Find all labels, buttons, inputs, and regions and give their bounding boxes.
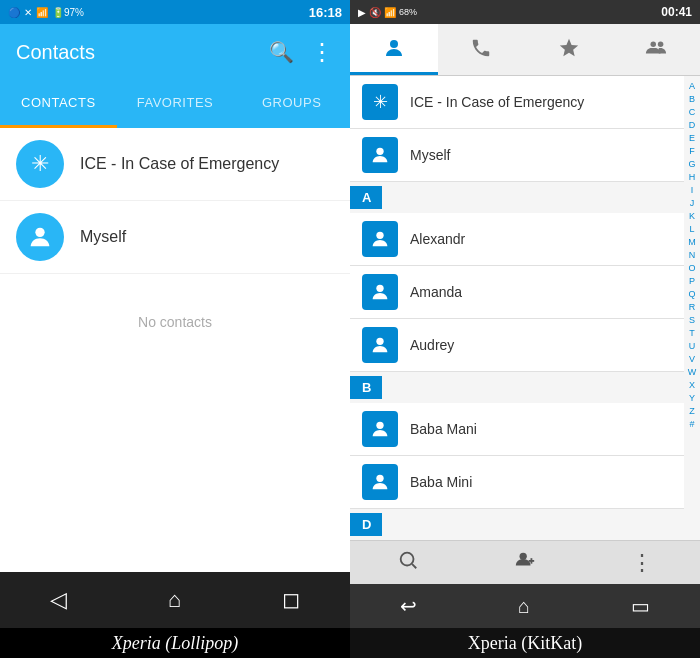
alpha-d[interactable]: D [689, 119, 696, 132]
kitkat-contact-amanda[interactable]: Amanda [350, 266, 684, 319]
alpha-w[interactable]: W [688, 366, 697, 379]
tab-favorites[interactable]: FAVORITES [117, 80, 234, 128]
status-left-right: ▶ 🔇 📶 68% [358, 7, 417, 18]
alpha-f[interactable]: F [689, 145, 695, 158]
status-icons-left: 🔵 ✕ 📶 🔋97% [8, 7, 84, 18]
alpha-g[interactable]: G [688, 158, 695, 171]
alpha-e[interactable]: E [689, 132, 695, 145]
bottom-nav-left: ◁ ⌂ ◻ [0, 572, 350, 628]
recent-icon[interactable]: ◻ [282, 587, 300, 613]
contact-name-ice: ICE - In Case of Emergency [80, 155, 279, 173]
svg-point-7 [376, 338, 383, 345]
more-icon[interactable]: ⋮ [310, 38, 334, 66]
recent-icon-right[interactable]: ▭ [631, 594, 650, 618]
kitkat-name-babamini: Baba Mini [410, 474, 472, 490]
svg-line-11 [412, 564, 416, 568]
back-icon[interactable]: ◁ [50, 587, 67, 613]
kitkat-contact-myself[interactable]: Myself [350, 129, 684, 182]
alpha-o[interactable]: O [688, 262, 695, 275]
alpha-c[interactable]: C [689, 106, 696, 119]
battery-kitkat: 68% [399, 7, 417, 17]
kitkat-tab-groups[interactable] [613, 24, 701, 75]
alpha-p[interactable]: P [689, 275, 695, 288]
signal-icon: 📶 [36, 7, 48, 18]
kitkat-tab-phone[interactable] [438, 24, 526, 75]
alpha-j[interactable]: J [690, 197, 695, 210]
wifi-icon: ✕ [24, 7, 32, 18]
home-icon[interactable]: ⌂ [168, 587, 181, 613]
contact-list-inner: ✳ ICE - In Case of Emergency Myself A [350, 76, 684, 540]
right-panel: ▶ 🔇 📶 68% 00:41 [350, 0, 700, 658]
alpha-t[interactable]: T [689, 327, 695, 340]
svg-point-2 [651, 42, 657, 48]
alpha-k[interactable]: K [689, 210, 695, 223]
svg-point-10 [401, 553, 414, 566]
alpha-q[interactable]: Q [688, 288, 695, 301]
kitkat-contact-babamani[interactable]: Baba Mani [350, 403, 684, 456]
kitkat-contact-audrey[interactable]: Audrey [350, 319, 684, 372]
section-header-a: A [350, 186, 382, 209]
tab-contacts[interactable]: CONTACTS [0, 80, 117, 128]
volume-icon: 🔇 [369, 7, 381, 18]
svg-point-0 [35, 228, 44, 237]
svg-point-6 [376, 285, 383, 292]
avatar-myself [16, 213, 64, 261]
kitkat-tab-favorites[interactable] [525, 24, 613, 75]
back-icon-right[interactable]: ↩ [400, 594, 417, 618]
alpha-i[interactable]: I [691, 184, 694, 197]
svg-point-3 [658, 42, 664, 48]
alpha-y[interactable]: Y [689, 392, 695, 405]
svg-point-5 [376, 232, 383, 239]
svg-point-9 [376, 475, 383, 482]
app-title: Contacts [16, 41, 95, 64]
alpha-m[interactable]: M [688, 236, 696, 249]
contact-name-myself: Myself [80, 228, 126, 246]
kitkat-name-alexandr: Alexandr [410, 231, 465, 247]
kitkat-tab-bar [350, 24, 700, 76]
more-bottom-icon[interactable]: ⋮ [631, 550, 653, 576]
phone-label-left: Xperia (Lollipop) [0, 628, 350, 658]
contact-item-ice[interactable]: ✳ ICE - In Case of Emergency [0, 128, 350, 201]
alpha-n[interactable]: N [689, 249, 696, 262]
alpha-h[interactable]: H [689, 171, 696, 184]
alpha-a[interactable]: A [689, 80, 695, 93]
tab-groups[interactable]: GROUPS [233, 80, 350, 128]
svg-point-12 [519, 553, 526, 560]
alpha-b[interactable]: B [689, 93, 695, 106]
time-right: 00:41 [661, 5, 692, 19]
alpha-u[interactable]: U [689, 340, 696, 353]
alpha-s[interactable]: S [689, 314, 695, 327]
svg-point-4 [376, 148, 383, 155]
alpha-l[interactable]: L [689, 223, 694, 236]
contact-item-myself[interactable]: Myself [0, 201, 350, 274]
no-contacts-label: No contacts [0, 274, 350, 370]
kitkat-avatar-babamani [362, 411, 398, 447]
app-bar: Contacts 🔍 ⋮ [0, 24, 350, 80]
alphabet-sidebar[interactable]: A B C D E F G H I J K L M N O P Q R S T … [684, 76, 700, 540]
kitkat-name-ice: ICE - In Case of Emergency [410, 94, 584, 110]
kitkat-contact-babamini[interactable]: Baba Mini [350, 456, 684, 509]
search-icon[interactable]: 🔍 [269, 40, 294, 64]
kitkat-avatar-amanda [362, 274, 398, 310]
alpha-z[interactable]: Z [689, 405, 695, 418]
kitkat-contact-alexandr[interactable]: Alexandr [350, 213, 684, 266]
alpha-hash[interactable]: # [689, 418, 694, 431]
home-icon-right[interactable]: ⌂ [518, 595, 530, 618]
contact-list-right: ✳ ICE - In Case of Emergency Myself A [350, 76, 700, 540]
kitkat-name-amanda: Amanda [410, 284, 462, 300]
kitkat-avatar-myself [362, 137, 398, 173]
avatar-ice: ✳ [16, 140, 64, 188]
kitkat-contact-ice[interactable]: ✳ ICE - In Case of Emergency [350, 76, 684, 129]
phone-label-right-text: Xperia (KitKat) [468, 633, 582, 654]
search-bottom-icon[interactable] [397, 549, 419, 576]
alpha-x[interactable]: X [689, 379, 695, 392]
alpha-r[interactable]: R [689, 301, 696, 314]
add-contact-icon[interactable] [514, 549, 536, 576]
kitkat-tab-contacts[interactable] [350, 24, 438, 75]
status-bar-right: ▶ 🔇 📶 68% 00:41 [350, 0, 700, 24]
kitkat-avatar-audrey [362, 327, 398, 363]
contact-list-left: ✳ ICE - In Case of Emergency Myself No c… [0, 128, 350, 572]
kitkat-avatar-ice: ✳ [362, 84, 398, 120]
svg-point-1 [390, 40, 398, 48]
alpha-v[interactable]: V [689, 353, 695, 366]
